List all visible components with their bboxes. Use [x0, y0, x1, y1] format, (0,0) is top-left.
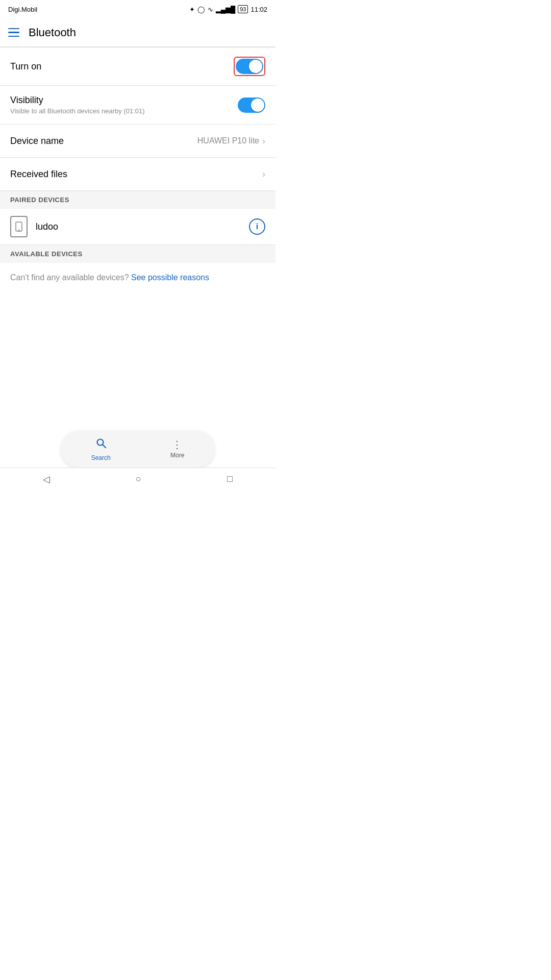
search-nav-label: Search	[91, 454, 111, 461]
turn-on-toggle-highlight[interactable]	[234, 57, 265, 76]
hamburger-line-3	[8, 36, 19, 37]
see-possible-reasons-link[interactable]: See possible reasons	[131, 273, 209, 282]
alarm-status-icon: ◯	[197, 6, 205, 13]
paired-device-ludoo[interactable]: ludoo i	[0, 209, 276, 244]
status-icons: ✦ ◯ ∿ ▂▄▆█ 93 11:02	[189, 5, 267, 13]
visibility-toggle-thumb	[251, 99, 264, 112]
home-nav-button[interactable]: ○	[136, 474, 141, 484]
device-name-chevron-icon: ›	[262, 136, 265, 146]
hamburger-menu-button[interactable]	[8, 28, 19, 37]
signal-status-icon: ▂▄▆█	[216, 6, 235, 13]
paired-devices-header: PAIRED DEVICES	[0, 191, 276, 209]
bluetooth-status-icon: ✦	[189, 6, 195, 13]
device-name-value: HUAWEI P10 lite	[197, 136, 259, 145]
paired-device-name: ludoo	[36, 222, 241, 232]
device-phone-icon	[10, 216, 28, 237]
nav-search-button[interactable]: Search	[91, 437, 111, 461]
turn-on-row[interactable]: Turn on	[0, 47, 276, 85]
svg-line-3	[103, 445, 106, 448]
turn-on-label: Turn on	[10, 61, 41, 72]
carrier-label: Digi.Mobil	[8, 6, 37, 13]
device-name-row[interactable]: Device name HUAWEI P10 lite ›	[0, 125, 276, 157]
back-nav-button[interactable]: ◁	[43, 474, 50, 485]
visibility-label: Visibility	[10, 95, 145, 106]
available-devices-label: AVAILABLE DEVICES	[10, 250, 83, 258]
visibility-sublabel: Visible to all Bluetooth devices nearby …	[10, 107, 145, 115]
page-title: Bluetooth	[29, 26, 76, 39]
visibility-toggle[interactable]	[238, 97, 265, 113]
paired-devices-label: PAIRED DEVICES	[10, 196, 69, 204]
time-label: 11:02	[251, 6, 267, 13]
system-navigation: ◁ ○ □	[0, 468, 276, 490]
phone-svg-icon	[15, 222, 23, 232]
bottom-navigation: Search ⋮ More	[61, 431, 214, 468]
more-nav-label: More	[170, 452, 184, 459]
battery-level: 93	[240, 6, 246, 12]
received-files-row[interactable]: Received files ›	[0, 158, 276, 190]
search-nav-icon	[95, 437, 107, 452]
status-bar: Digi.Mobil ✦ ◯ ∿ ▂▄▆█ 93 11:02	[0, 0, 276, 18]
more-nav-icon: ⋮	[172, 439, 183, 450]
battery-indicator: 93	[238, 5, 248, 13]
hamburger-line-2	[8, 32, 19, 33]
device-name-label: Device name	[10, 136, 64, 146]
available-devices-empty: Can't find any available devices? See po…	[0, 263, 276, 292]
nav-more-button[interactable]: ⋮ More	[170, 439, 184, 459]
received-files-chevron-icon: ›	[262, 169, 265, 180]
hamburger-line-1	[8, 28, 19, 30]
visibility-row[interactable]: Visibility Visible to all Bluetooth devi…	[0, 86, 276, 124]
recents-nav-button[interactable]: □	[227, 474, 233, 484]
received-files-label: Received files	[10, 169, 67, 180]
available-devices-header: AVAILABLE DEVICES	[0, 245, 276, 263]
toggle-thumb	[249, 60, 262, 73]
paired-device-info-button[interactable]: i	[249, 218, 265, 235]
toolbar: Bluetooth	[0, 18, 276, 47]
search-svg-icon	[95, 437, 107, 449]
turn-on-toggle[interactable]	[236, 59, 263, 74]
wifi-status-icon: ∿	[208, 6, 213, 13]
no-devices-text: Can't find any available devices?	[10, 273, 129, 282]
